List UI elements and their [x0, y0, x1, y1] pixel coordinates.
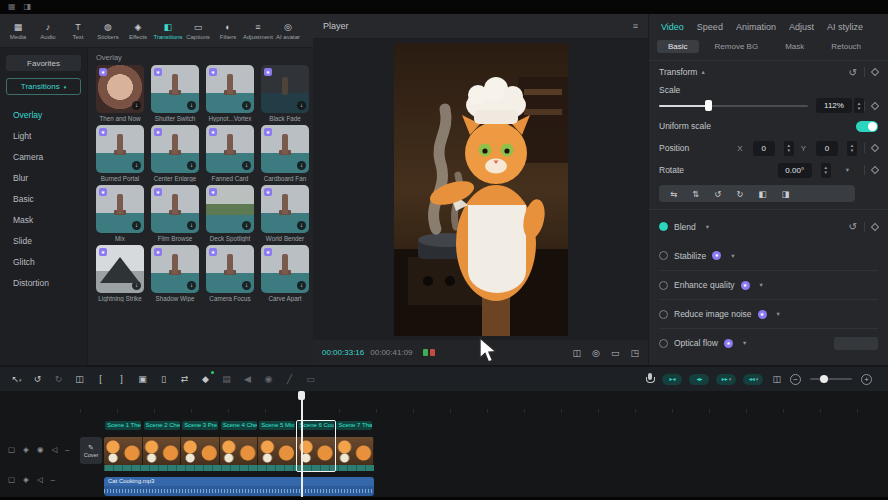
download-icon[interactable]: ↓: [132, 221, 141, 230]
keyframe-icon[interactable]: [871, 166, 879, 174]
align-left-icon[interactable]: ◧: [759, 189, 767, 199]
app-menu-icon[interactable]: ▦: [8, 3, 16, 11]
download-icon[interactable]: ↓: [297, 281, 306, 290]
mark-in-button[interactable]: [: [90, 367, 111, 391]
slider-thumb[interactable]: [705, 100, 712, 111]
align-right-icon[interactable]: ◨: [782, 189, 790, 199]
download-icon[interactable]: ↓: [242, 101, 251, 110]
blend-checkbox[interactable]: [659, 222, 668, 231]
download-icon[interactable]: ↓: [132, 101, 141, 110]
step-down-icon[interactable]: ▼: [857, 106, 861, 111]
transition-thumb-hypnot-vortex[interactable]: ★↓: [206, 65, 254, 113]
video-track-hide-track-icon[interactable]: ◉: [37, 445, 44, 454]
reset-icon[interactable]: ↺: [849, 67, 857, 78]
sidebar-item-glitch[interactable]: Glitch: [6, 251, 81, 272]
tab-captions[interactable]: ▭Captions: [183, 22, 213, 40]
preview-mode-toggle[interactable]: ▸▸▾: [716, 374, 736, 385]
mark-out-button[interactable]: ]: [111, 367, 132, 391]
player-menu-icon[interactable]: ≡: [633, 21, 638, 31]
playhead[interactable]: [301, 393, 303, 497]
tab-media[interactable]: ▦Media: [3, 22, 33, 40]
snapshot-icon[interactable]: ◎: [592, 348, 600, 358]
transition-thumb-film-browse[interactable]: ★↓: [151, 185, 199, 233]
clip-label-2[interactable]: Scene 2 Che: [144, 421, 180, 430]
download-icon[interactable]: ↓: [297, 161, 306, 170]
transition-thumb-fanned-card[interactable]: ★↓: [206, 125, 254, 173]
scale-slider[interactable]: [659, 105, 808, 107]
rotate-dropdown-icon[interactable]: ▾: [846, 166, 849, 174]
keyframe-icon[interactable]: [871, 222, 879, 230]
record-voiceover-button[interactable]: [646, 373, 653, 385]
download-icon[interactable]: ↓: [187, 281, 196, 290]
section-stabilize[interactable]: Stabilize★▾: [659, 241, 878, 270]
scale-value-input[interactable]: 112%: [816, 98, 852, 113]
optical-flow-checkbox[interactable]: [659, 339, 668, 348]
position-y-input[interactable]: 0: [816, 141, 838, 156]
sidebar-item-overlay[interactable]: Overlay: [6, 104, 81, 125]
tab-text[interactable]: TText: [63, 22, 93, 40]
uniform-scale-toggle[interactable]: [856, 121, 878, 132]
position-x-stepper[interactable]: ▲▼: [784, 141, 794, 156]
crop-button[interactable]: ╱: [279, 367, 300, 391]
tab-speed[interactable]: Speed: [697, 22, 723, 32]
layers-button[interactable]: ▤: [216, 367, 237, 391]
download-icon[interactable]: ↓: [187, 161, 196, 170]
download-icon[interactable]: ↓: [187, 101, 196, 110]
audio-track-clip[interactable]: Cat Cooking.mp3: [104, 477, 374, 496]
step-down-icon[interactable]: ▼: [786, 148, 790, 153]
transition-thumb-deck-spotlight[interactable]: ★↓: [206, 185, 254, 233]
rotate-left-icon[interactable]: ↺: [714, 189, 721, 199]
clip-label-1[interactable]: Scene 1 The: [105, 421, 141, 430]
zoom-out-button[interactable]: −: [790, 374, 801, 385]
subtab-mask[interactable]: Mask: [774, 40, 815, 53]
download-icon[interactable]: ↓: [297, 221, 306, 230]
magnetic-timeline-toggle[interactable]: ▸◂: [662, 374, 682, 385]
sidebar-item-light[interactable]: Light: [6, 125, 81, 146]
sidebar-item-camera[interactable]: Camera: [6, 146, 81, 167]
tab-effects[interactable]: ◈Effects: [123, 22, 153, 40]
download-icon[interactable]: ↓: [132, 281, 141, 290]
reduce-image-noise-checkbox[interactable]: [659, 310, 668, 319]
section-enhance-quality[interactable]: Enhance quality★▾: [659, 270, 878, 299]
preview-display-button[interactable]: ◫: [772, 374, 781, 384]
section-optical-flow[interactable]: Optical flow★▾: [659, 328, 878, 357]
extract-audio-button[interactable]: ◀: [237, 367, 258, 391]
keyframe-icon[interactable]: [871, 144, 879, 152]
tab-audio[interactable]: ♪Audio: [33, 22, 63, 40]
keyframe-icon[interactable]: [871, 101, 879, 109]
ratio-icon[interactable]: ▭: [611, 348, 620, 358]
transform-header[interactable]: Transform ▴ ↺: [659, 61, 878, 83]
tab-filters[interactable]: ◐Filters: [213, 22, 243, 40]
audio-track-collapse-track-icon[interactable]: –: [51, 475, 55, 484]
download-icon[interactable]: ↓: [242, 161, 251, 170]
mirror-icon[interactable]: ◫: [573, 348, 582, 358]
sidebar-item-blur[interactable]: Blur: [6, 167, 81, 188]
step-down-icon[interactable]: ▼: [850, 148, 854, 153]
avatar-button[interactable]: ◉: [258, 367, 279, 391]
transitions-group-dropdown[interactable]: Transitions ▾: [6, 78, 81, 95]
tab-video[interactable]: Video: [661, 22, 684, 32]
transition-thumb-shadow-wipe[interactable]: ★↓: [151, 245, 199, 293]
sidebar-item-distortion[interactable]: Distortion: [6, 272, 81, 293]
layout-icon[interactable]: ◨: [24, 3, 32, 11]
video-track-mute-track-icon[interactable]: ◁: [51, 445, 57, 454]
transition-thumb-shutter-switch[interactable]: ★↓: [151, 65, 199, 113]
audio-track-mute-track-icon[interactable]: ◁: [37, 475, 43, 484]
step-down-icon[interactable]: ▼: [824, 170, 828, 175]
clip-label-7[interactable]: Scene 7 Tha: [336, 421, 372, 430]
favorites-button[interactable]: Favorites: [6, 55, 81, 71]
transition-thumb-cardboard-fan[interactable]: ★↓: [261, 125, 309, 173]
stabilize-checkbox[interactable]: [659, 251, 668, 260]
rotate-stepper[interactable]: ▲▼: [821, 163, 831, 178]
delete-button[interactable]: ▯: [153, 367, 174, 391]
sidebar-item-basic[interactable]: Basic: [6, 188, 81, 209]
flip-vertical-icon[interactable]: ⇅: [692, 189, 699, 199]
display-button[interactable]: ▭: [300, 367, 321, 391]
sidebar-item-mask[interactable]: Mask: [6, 209, 81, 230]
subtab-remove-bg[interactable]: Remove BG: [704, 40, 770, 53]
transition-thumb-then-and-now[interactable]: ★↓: [96, 65, 144, 113]
tab-adjustment[interactable]: ≡Adjustment: [243, 22, 273, 40]
download-icon[interactable]: ↓: [187, 221, 196, 230]
freeze-frame-button[interactable]: ▣: [132, 367, 153, 391]
preview-video[interactable]: [394, 43, 568, 336]
